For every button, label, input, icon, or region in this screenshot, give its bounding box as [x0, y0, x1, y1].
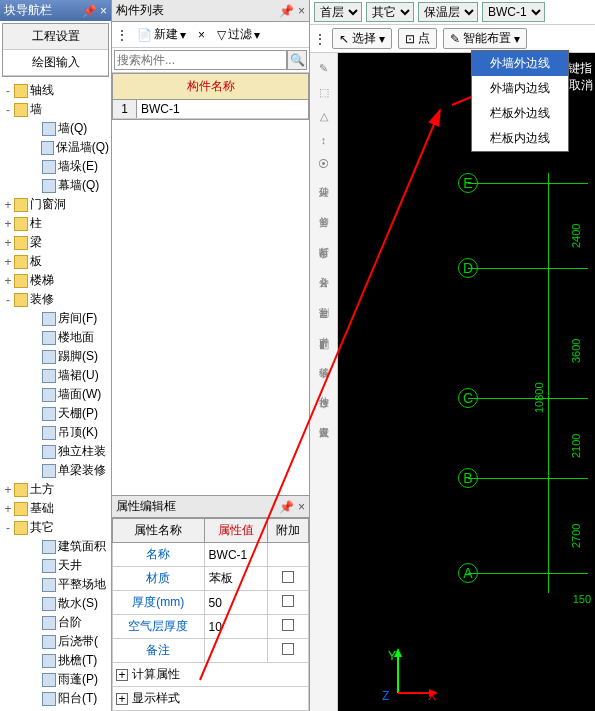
coord-z: Z [382, 689, 389, 703]
property-row[interactable]: 备注 [113, 639, 309, 663]
axis-line [548, 173, 549, 593]
tree-item[interactable]: +门窗洞 [2, 195, 109, 214]
tree-item[interactable]: 墙(Q) [2, 119, 109, 138]
tree-item[interactable]: 楼地面 [2, 328, 109, 347]
menu-rail-outer[interactable]: 栏板外边线 [472, 101, 568, 126]
tree-item[interactable]: 踢脚(S) [2, 347, 109, 366]
tab-draw-input[interactable]: 绘图输入 [3, 50, 108, 76]
delete-button[interactable]: × [195, 27, 208, 43]
dim-label: 2100 [570, 434, 582, 458]
category-select[interactable]: 其它 [366, 2, 414, 22]
vtool-3[interactable]: ↕ [313, 129, 335, 151]
vtool-12[interactable]: ✕ [313, 273, 335, 295]
tree-item[interactable]: -墙 [2, 100, 109, 119]
select-button[interactable]: ↖选择▾ [332, 28, 392, 49]
expand-calc-props[interactable]: +计算属性 [112, 663, 309, 687]
tree-item[interactable]: 台阶 [2, 613, 109, 632]
tree-item[interactable]: -轴线 [2, 81, 109, 100]
right-panel: 首层 其它 保温层 BWC-1 ⋮ ↖选择▾ ⊡点 ✎智能布置▾ 外墙外边线 外… [310, 0, 595, 711]
tree-item[interactable]: +楼梯 [2, 271, 109, 290]
property-title: 属性编辑框 [116, 498, 176, 515]
panel-pin-icon[interactable]: 📌 [279, 4, 294, 18]
vtool-4[interactable]: ⦿ [313, 153, 335, 175]
tree-item[interactable]: -装修 [2, 290, 109, 309]
tree-item[interactable]: 独立柱装 [2, 442, 109, 461]
prop-close-icon[interactable]: × [298, 500, 305, 514]
tree-item[interactable]: 吊顶(K) [2, 423, 109, 442]
vtool-8[interactable]: ≡ [313, 213, 335, 235]
tree-item[interactable]: 散水(S) [2, 594, 109, 613]
tree-item[interactable]: 墙裙(U) [2, 366, 109, 385]
axis-label-a: A [458, 563, 478, 583]
tree-item[interactable]: +土方 [2, 480, 109, 499]
tree-item[interactable]: 幕墙(Q) [2, 176, 109, 195]
property-row[interactable]: 材质苯板 [113, 567, 309, 591]
tree-item[interactable]: 单梁装修 [2, 461, 109, 480]
menu-rail-inner[interactable]: 栏板内边线 [472, 126, 568, 151]
tree-item[interactable]: +柱 [2, 214, 109, 233]
axis-line [468, 183, 588, 184]
vertical-toolbar: ✎⬚△↕⦿延伸✂修剪≡打断⊕合并✕分割≣对齐◧偏移↕拉伸⚙设置夹点 [310, 53, 338, 711]
tree-item[interactable]: -其它 [2, 518, 109, 537]
tree-item[interactable]: 挑檐(T) [2, 651, 109, 670]
tree-item[interactable]: 墙面(W) [2, 385, 109, 404]
dim-label: 2400 [570, 224, 582, 248]
type-select[interactable]: 保温层 [418, 2, 478, 22]
menu-outer-wall-outer[interactable]: 外墙外边线 [472, 51, 568, 76]
component-select[interactable]: BWC-1 [482, 2, 545, 22]
dim-label: 2700 [570, 524, 582, 548]
vtool-20[interactable]: ⚙ [313, 393, 335, 415]
coord-y: Y [388, 649, 396, 663]
vtool-18[interactable]: ↕ [313, 363, 335, 385]
property-row[interactable]: 空气层厚度10 [113, 615, 309, 639]
vtool-6[interactable]: ✂ [313, 183, 335, 205]
search-button[interactable]: 🔍 [287, 50, 307, 70]
filter-button[interactable]: ▽过滤▾ [214, 25, 263, 44]
tree-item[interactable]: 房间(F) [2, 309, 109, 328]
menu-outer-wall-inner[interactable]: 外墙内边线 [472, 76, 568, 101]
tree-item[interactable]: 墙垛(E) [2, 157, 109, 176]
vtool-14[interactable]: ≣ [313, 303, 335, 325]
floor-select[interactable]: 首层 [314, 2, 362, 22]
nav-close-icon[interactable]: × [100, 4, 107, 18]
tree-item[interactable]: 平整场地 [2, 575, 109, 594]
axis-line [468, 573, 588, 574]
tree-item[interactable]: 后浇带( [2, 632, 109, 651]
component-name-cell[interactable]: BWC-1 [137, 100, 308, 118]
search-input[interactable] [114, 50, 287, 70]
expand-display-style[interactable]: +显示样式 [112, 687, 309, 711]
nav-panel: 块导航栏 📌 × 工程设置 绘图输入 -轴线-墙墙(Q)保温墙(Q)墙垛(E)幕… [0, 0, 112, 711]
table-row[interactable]: 1 BWC-1 [113, 100, 308, 119]
new-button[interactable]: 📄新建▾ [134, 25, 189, 44]
tree-item[interactable]: 雨蓬(P) [2, 670, 109, 689]
tab-project-settings[interactable]: 工程设置 [3, 24, 108, 50]
point-button[interactable]: ⊡点 [398, 28, 437, 49]
tree-item[interactable]: +基础 [2, 499, 109, 518]
vtool-0[interactable]: ✎ [313, 57, 335, 79]
panel-close-icon[interactable]: × [298, 4, 305, 18]
tree-item[interactable]: 天棚(P) [2, 404, 109, 423]
property-row[interactable]: 名称BWC-1 [113, 543, 309, 567]
axis-label-c: C [458, 388, 478, 408]
nav-pin-icon[interactable]: 📌 [82, 4, 97, 18]
vtool-10[interactable]: ⊕ [313, 243, 335, 265]
vdivider: ⋮ [116, 28, 128, 42]
tree-item[interactable]: +板 [2, 252, 109, 271]
tree-item[interactable]: 阳台(T) [2, 689, 109, 708]
vtool-1[interactable]: ⬚ [313, 81, 335, 103]
dim-label: 3600 [570, 339, 582, 363]
tree-item[interactable]: 建筑面积 [2, 537, 109, 556]
nav-tree: -轴线-墙墙(Q)保温墙(Q)墙垛(E)幕墙(Q)+门窗洞+柱+梁+板+楼梯-装… [0, 79, 111, 711]
prop-pin-icon[interactable]: 📌 [279, 500, 294, 514]
vtool-2[interactable]: △ [313, 105, 335, 127]
axis-line [468, 398, 588, 399]
vtool-16[interactable]: ◧ [313, 333, 335, 355]
tree-item[interactable]: +梁 [2, 233, 109, 252]
tree-item[interactable]: 天井 [2, 556, 109, 575]
axis-label-b: B [458, 468, 478, 488]
axis-label-d: D [458, 258, 478, 278]
property-row[interactable]: 厚度(mm)50 [113, 591, 309, 615]
smart-layout-button[interactable]: ✎智能布置▾ [443, 28, 527, 49]
tree-item[interactable]: 保温墙(Q) [2, 138, 109, 157]
middle-panel: 构件列表 📌× ⋮ 📄新建▾ × ▽过滤▾ 🔍 构件名称 1 BWC-1 属性编… [112, 0, 310, 711]
